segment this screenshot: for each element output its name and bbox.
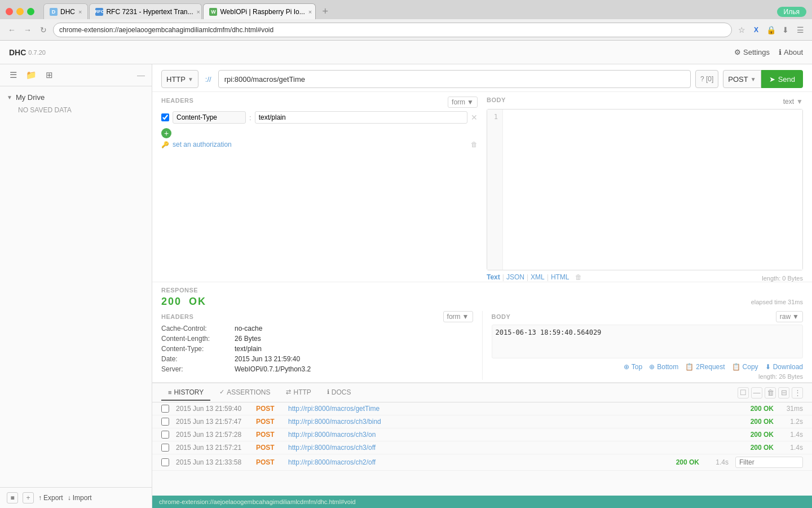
url-input[interactable]: chrome-extension://aejoelaoogembcahagimd… — [59, 26, 726, 34]
form-dropdown[interactable]: form ▼ — [448, 97, 478, 108]
add-header-button[interactable]: + — [161, 128, 171, 138]
filter-input[interactable] — [735, 457, 803, 468]
body-text-label: text — [783, 98, 794, 106]
resp-body-label: BODY — [492, 313, 511, 320]
sidebar-action-stop[interactable]: ■ — [7, 492, 18, 503]
request-url-input[interactable] — [218, 70, 691, 88]
download-icon[interactable]: ⬇ — [779, 24, 792, 36]
history-delete[interactable]: 🗑 — [765, 387, 776, 398]
traffic-light-green[interactable] — [27, 8, 34, 15]
protocol-select[interactable]: HTTP ▼ — [161, 70, 198, 88]
history-minimize[interactable]: — — [751, 387, 762, 398]
url-bar[interactable]: chrome-extension://aejoelaoogembcahagimd… — [53, 23, 732, 37]
menu-icon[interactable]: ☰ — [794, 24, 806, 36]
auth-link[interactable]: set an authorization — [173, 141, 232, 148]
tab-http[interactable]: ⇄ HTTP — [279, 385, 317, 401]
response-headers-panel: HEADERS form ▼ Cache-Control: no-cache — [161, 311, 482, 380]
resp-form-dropdown[interactable]: form ▼ — [443, 311, 473, 322]
bookmark-icon[interactable]: ☆ — [735, 24, 748, 36]
method-arrow-icon: ▼ — [751, 76, 756, 82]
resp-length: length: 26 Bytes — [492, 373, 804, 380]
history-row-0: 2015 Jun 13 21:59:40 POST http://rpi:800… — [152, 402, 812, 415]
sidebar-item-my-drive[interactable]: ▼ My Drive — [7, 91, 145, 104]
format-tab-html[interactable]: HTML — [551, 273, 570, 281]
form-arrow-icon: ▼ — [467, 98, 474, 106]
bottom-button[interactable]: ⊕ Bottom — [649, 363, 678, 371]
grid-icon[interactable]: ⊞ — [43, 69, 55, 81]
hist-url-3[interactable]: http://rpi:8000/macros/ch3/off — [288, 444, 733, 452]
hist-url-1[interactable]: http://rpi:8000/macros/ch3/bind — [288, 418, 733, 426]
tab-history[interactable]: ≡ HISTORY — [161, 385, 210, 401]
tab-docs[interactable]: ℹ DOCS — [320, 385, 358, 401]
history-settings[interactable]: ⊟ — [778, 387, 789, 398]
forward-button[interactable]: → — [21, 24, 34, 36]
export-button[interactable]: ↑ Export — [38, 494, 63, 502]
header-key-0[interactable] — [173, 111, 246, 124]
to-request-button[interactable]: 📋 2Request — [685, 363, 725, 371]
tab-close-dhc[interactable]: × — [78, 8, 82, 15]
header-delete-0[interactable]: ✕ — [471, 113, 478, 122]
sidebar: ☰ 📁 ⊞ — ▼ My Drive NO SAVED DATA ■ + — [0, 64, 152, 508]
ext1-icon[interactable]: X — [750, 24, 762, 36]
import-button[interactable]: ↓ Import — [68, 494, 92, 502]
scheme-label: :// — [203, 75, 214, 84]
sidebar-action-add[interactable]: + — [23, 492, 34, 503]
assertions-tab-icon: ✓ — [219, 388, 224, 396]
body-editor: 1 — [487, 109, 803, 270]
copy-button[interactable]: 📋 Copy — [732, 363, 758, 371]
send-button[interactable]: ➤ Send — [761, 70, 803, 88]
traffic-light-red[interactable] — [6, 8, 13, 15]
hist-check-2[interactable] — [161, 431, 169, 439]
tab-dhc[interactable]: D DHC × — [43, 3, 88, 19]
refresh-button[interactable]: ↻ — [37, 24, 50, 36]
hist-check-1[interactable] — [161, 418, 169, 426]
download-button[interactable]: ⬇ Download — [765, 363, 803, 371]
address-bar: ← → ↻ chrome-extension://aejoelaoogembca… — [0, 19, 812, 41]
header-value-0[interactable] — [255, 111, 467, 124]
settings-link[interactable]: ⚙ Settings — [734, 48, 770, 56]
tab-close-rfc[interactable]: × — [197, 8, 200, 15]
raw-dropdown[interactable]: raw ▼ — [776, 311, 803, 322]
body-content-input[interactable] — [503, 110, 802, 270]
top-button[interactable]: ⊕ Top — [624, 363, 642, 371]
about-link[interactable]: ℹ About — [779, 48, 803, 56]
traffic-light-yellow[interactable] — [16, 8, 24, 15]
tab-assertions[interactable]: ✓ ASSERTIONS — [213, 385, 277, 401]
method-select[interactable]: POST ▼ — [723, 70, 761, 88]
hist-url-0[interactable]: http://rpi:8000/macros/getTime — [288, 405, 733, 413]
status-bar: chrome-extension://aejoelaoogembcahagimd… — [152, 496, 812, 508]
back-button[interactable]: ← — [6, 24, 18, 36]
tab-webiopi[interactable]: W WebIOPi | Raspberry Pi Io... × — [203, 3, 316, 19]
hist-check-0[interactable] — [161, 405, 169, 413]
format-tab-text[interactable]: Text — [487, 273, 500, 281]
tab-close-webiopi[interactable]: × — [308, 8, 312, 15]
format-tab-json[interactable]: JSON — [506, 273, 524, 281]
resp-header-content-length: Content-Length: 26 Bytes — [161, 335, 473, 343]
hist-url-2[interactable]: http://rpi:8000/macros/ch3/on — [288, 431, 733, 439]
history-row-4: 2015 Jun 13 21:33:58 POST http://rpi:800… — [152, 454, 812, 471]
list-view-icon[interactable]: ☰ — [7, 69, 19, 81]
send-icon: ➤ — [769, 75, 775, 84]
folder-icon[interactable]: 📁 — [25, 69, 37, 81]
elapsed-time: elapsed time 31ms — [751, 299, 803, 305]
auth-delete[interactable]: 🗑 — [471, 141, 478, 148]
question-button[interactable]: ? [0] — [695, 70, 718, 88]
resp-header-date: Date: 2015 Jun 13 21:59:40 — [161, 355, 473, 363]
hist-check-3[interactable] — [161, 444, 169, 452]
history-row-1: 2015 Jun 13 21:57:47 POST http://rpi:800… — [152, 415, 812, 428]
ext2-icon[interactable]: 🔒 — [765, 24, 777, 36]
app-header: DHC 0.7.20 ⚙ Settings ℹ About — [0, 41, 812, 64]
hist-check-4[interactable] — [161, 458, 169, 466]
collapse-icon[interactable]: — — [137, 71, 145, 80]
history-more[interactable]: ⋮ — [792, 387, 803, 398]
body-clear-icon[interactable]: 🗑 — [575, 273, 582, 281]
tab-new[interactable]: + — [317, 3, 333, 19]
tab-rfc[interactable]: RFC RFC 7231 - Hypertext Tran... × — [89, 3, 202, 19]
hist-url-4[interactable]: http://rpi:8000/macros/ch2/off — [288, 458, 659, 466]
body-section-label: BODY — [487, 97, 506, 103]
header-checkbox-0[interactable] — [161, 113, 169, 121]
format-tab-xml[interactable]: XML — [531, 273, 545, 281]
history-tabs: ≡ HISTORY ✓ ASSERTIONS ⇄ HTTP ℹ — [152, 383, 812, 402]
history-checkbox-all[interactable]: ☐ — [738, 387, 749, 398]
resp-header-cache-control: Cache-Control: no-cache — [161, 325, 473, 332]
